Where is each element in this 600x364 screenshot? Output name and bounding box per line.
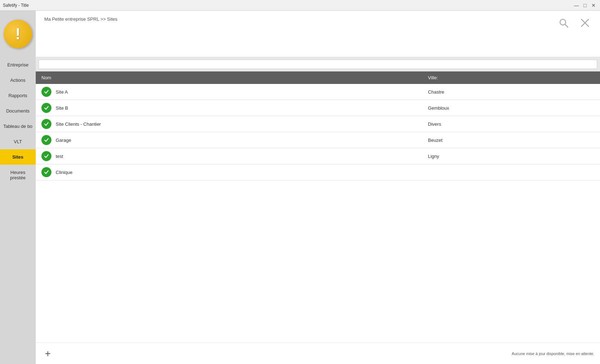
site-name: Site A bbox=[56, 89, 68, 95]
table-row[interactable]: Clinique bbox=[36, 164, 600, 180]
maximize-button[interactable]: □ bbox=[581, 2, 589, 9]
content-header: Ma Petite entreprise SPRL >> Sites bbox=[36, 11, 600, 57]
table-row[interactable]: Site B Gembloux bbox=[36, 100, 600, 116]
col-ville: Ville: bbox=[422, 71, 600, 84]
cell-ville: Chastre bbox=[422, 84, 600, 100]
close-content-button[interactable] bbox=[579, 16, 591, 29]
sidebar: ! Entreprise Actions Rapports Documents … bbox=[0, 11, 36, 364]
site-name: test bbox=[56, 154, 63, 159]
table-row[interactable]: Garage Beuzet bbox=[36, 132, 600, 148]
svg-line-1 bbox=[565, 24, 568, 27]
cell-nom: Site B bbox=[36, 100, 422, 116]
site-name: Site Clients - Chantier bbox=[56, 121, 101, 127]
cell-nom: Clinique bbox=[36, 164, 422, 180]
cell-nom: test bbox=[36, 148, 422, 164]
minimize-button[interactable]: — bbox=[573, 2, 580, 9]
filter-input[interactable] bbox=[39, 60, 597, 69]
table-row[interactable]: Site Clients - Chantier Divers bbox=[36, 116, 600, 132]
cell-ville: Gembloux bbox=[422, 100, 600, 116]
site-name: Clinique bbox=[56, 170, 72, 175]
sidebar-item-vlt[interactable]: VLT bbox=[0, 134, 36, 149]
app-body: ! Entreprise Actions Rapports Documents … bbox=[0, 11, 600, 364]
sites-table: Nom Ville: Site A Chastre bbox=[36, 71, 600, 180]
active-check-icon bbox=[41, 119, 51, 129]
sidebar-logo: ! bbox=[0, 11, 36, 57]
active-check-icon bbox=[41, 167, 51, 177]
sidebar-nav: Entreprise Actions Rapports Documents Ta… bbox=[0, 57, 36, 364]
table-row[interactable]: test Ligny bbox=[36, 148, 600, 164]
title-bar-title: Safetify - Title bbox=[3, 3, 29, 8]
sites-table-container: Nom Ville: Site A Chastre bbox=[36, 71, 600, 343]
table-row[interactable]: Site A Chastre bbox=[36, 84, 600, 100]
title-bar: Safetify - Title — □ ✕ bbox=[0, 0, 600, 11]
cell-ville: Ligny bbox=[422, 148, 600, 164]
sidebar-item-rapports[interactable]: Rapports bbox=[0, 88, 36, 103]
active-check-icon bbox=[41, 103, 51, 113]
search-icon bbox=[559, 18, 569, 28]
sidebar-item-sites[interactable]: Sites bbox=[0, 149, 36, 165]
col-nom: Nom bbox=[36, 71, 422, 84]
sidebar-item-documents[interactable]: Documents bbox=[0, 103, 36, 119]
sidebar-item-actions[interactable]: Actions bbox=[0, 73, 36, 88]
cell-ville: Beuzet bbox=[422, 132, 600, 148]
app-logo: ! bbox=[4, 20, 32, 48]
site-name: Garage bbox=[56, 138, 71, 143]
active-check-icon bbox=[41, 135, 51, 145]
title-bar-controls: — □ ✕ bbox=[573, 2, 597, 9]
logo-exclamation: ! bbox=[15, 26, 21, 42]
close-icon bbox=[580, 18, 590, 28]
content-footer: + Aucune mise à jour disponible, mise en… bbox=[36, 343, 600, 364]
table-header-row: Nom Ville: bbox=[36, 71, 600, 84]
main-content: Ma Petite entreprise SPRL >> Sites bbox=[36, 11, 600, 364]
cell-ville: Divers bbox=[422, 116, 600, 132]
header-actions bbox=[557, 16, 591, 29]
add-site-button[interactable]: + bbox=[41, 347, 54, 360]
sidebar-item-tableau[interactable]: Tableau de bo bbox=[0, 119, 36, 134]
cell-nom: Garage bbox=[36, 132, 422, 148]
sidebar-item-entreprise[interactable]: Entreprise bbox=[0, 57, 36, 73]
status-text: Aucune mise à jour disponible, mise en a… bbox=[512, 351, 594, 356]
active-check-icon bbox=[41, 151, 51, 161]
cell-nom: Site A bbox=[36, 84, 422, 100]
search-button[interactable] bbox=[557, 16, 570, 29]
sidebar-item-heures[interactable]: Heures prestée bbox=[0, 165, 36, 185]
filter-bar bbox=[36, 57, 600, 71]
close-button[interactable]: ✕ bbox=[590, 2, 597, 9]
site-name: Site B bbox=[56, 105, 68, 111]
cell-ville bbox=[422, 164, 600, 180]
breadcrumb: Ma Petite entreprise SPRL >> Sites bbox=[44, 16, 118, 22]
cell-nom: Site Clients - Chantier bbox=[36, 116, 422, 132]
active-check-icon bbox=[41, 87, 51, 97]
